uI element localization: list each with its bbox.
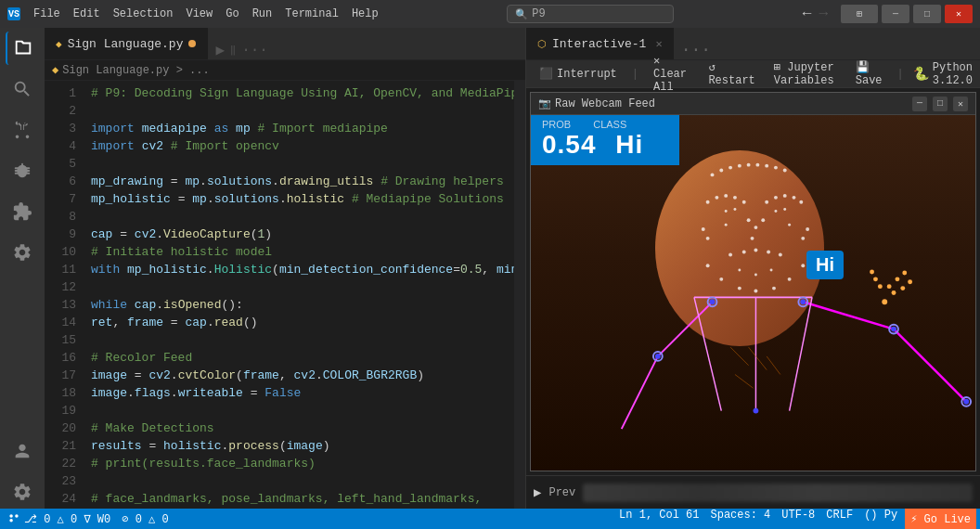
webcam-close-button[interactable]: ✕	[953, 97, 968, 111]
svg-point-20	[706, 237, 710, 240]
svg-point-36	[772, 287, 776, 290]
svg-point-75	[873, 277, 878, 281]
activity-explorer[interactable]	[6, 32, 39, 65]
activity-debug[interactable]	[6, 154, 39, 187]
svg-point-17	[793, 196, 796, 200]
error-count[interactable]: ⊘ 0 △ 0	[122, 512, 168, 526]
svg-point-65	[655, 354, 661, 359]
interrupt-button[interactable]: ⬛ Interrupt	[534, 65, 623, 83]
webcam-maximize-button[interactable]: □	[933, 97, 948, 111]
menu-bar[interactable]: File Edit Selection View Go Run Terminal…	[33, 7, 379, 20]
maximize-button[interactable]: □	[913, 5, 941, 23]
svg-point-68	[892, 290, 896, 295]
svg-point-67	[882, 299, 887, 304]
activity-remote[interactable]	[6, 236, 39, 269]
go-live[interactable]: ⚡ Go Live	[905, 509, 976, 529]
webcam-minimize-button[interactable]: ─	[912, 97, 927, 111]
svg-point-29	[754, 249, 757, 252]
svg-point-34	[738, 287, 741, 290]
layout-button[interactable]: ⊞	[841, 5, 878, 23]
close-button[interactable]: ✕	[945, 5, 973, 23]
svg-point-42	[783, 208, 786, 211]
git-branch[interactable]: ⎇ 0 △ 0 ∇ W0	[7, 512, 110, 526]
window-controls[interactable]: ⊞ ─ □ ✕	[841, 5, 973, 23]
svg-point-63	[891, 327, 896, 332]
activity-settings[interactable]	[6, 475, 39, 509]
prob-class-value: 0.54 Hi	[542, 130, 668, 160]
menu-help[interactable]: Help	[352, 7, 379, 20]
svg-point-38	[801, 264, 805, 267]
play-button[interactable]: ▶	[534, 484, 541, 500]
activity-accounts[interactable]	[6, 434, 39, 468]
minimize-button[interactable]: ─	[882, 5, 909, 23]
search-icon: 🔍	[515, 8, 528, 20]
svg-point-18	[799, 200, 803, 204]
nav-back[interactable]: ←	[803, 6, 812, 22]
nav-forward[interactable]: →	[819, 6, 828, 22]
title-bar: VS File Edit Selection View Go Run Termi…	[0, 0, 980, 28]
webcam-window-controls: ─ □ ✕	[912, 97, 968, 111]
svg-point-23	[747, 218, 751, 222]
activity-extensions[interactable]	[6, 195, 39, 228]
restart-button[interactable]: ↺ Restart	[703, 58, 760, 89]
svg-point-11	[724, 194, 728, 198]
clear-all-button[interactable]: ✕ Clear All	[648, 52, 695, 96]
svg-point-0	[711, 173, 715, 176]
python-version[interactable]: 🐍 Python 3.12.0	[913, 61, 973, 87]
code-text[interactable]: # P9: Decoding Sign Language Using AI, O…	[84, 81, 514, 509]
activity-search[interactable]	[6, 72, 39, 106]
minimap[interactable]	[514, 81, 525, 509]
encoding[interactable]: UTF-8	[781, 509, 815, 529]
svg-point-44	[788, 224, 791, 226]
svg-point-66	[754, 408, 759, 414]
cursor-position[interactable]: Ln 1, Col 61	[619, 509, 699, 529]
tab-modified-dot	[188, 40, 196, 47]
right-panel: ⬡ Interactive-1 ✕ ··· ⬛ Interrupt | ✕ Cl…	[525, 28, 980, 509]
svg-point-14	[765, 200, 768, 204]
class-label: CLASS	[593, 119, 626, 130]
menu-edit[interactable]: Edit	[73, 7, 100, 20]
status-right: Ln 1, Col 61 Spaces: 4 UTF-8 CRLF () Py …	[619, 509, 973, 529]
menu-view[interactable]: View	[186, 7, 213, 20]
line-ending[interactable]: CRLF	[826, 509, 853, 529]
webcam-content: PROB CLASS 0.54 Hi Hi	[531, 115, 975, 471]
svg-point-22	[801, 237, 805, 240]
svg-point-31	[779, 252, 782, 256]
menu-selection[interactable]: Selection	[113, 7, 174, 20]
search-box[interactable]: 🔍 P9	[507, 5, 674, 23]
save-button[interactable]: 💾 Save	[850, 58, 888, 89]
svg-point-76	[870, 270, 874, 275]
toolbar-separator-2: |	[897, 68, 904, 81]
svg-point-32	[706, 264, 710, 267]
svg-point-45	[738, 269, 741, 272]
variables-button[interactable]: ⊞ Jupyter Variables	[768, 58, 843, 89]
editor-area: ◆ Sign Language.py ▶ ‖ ··· ◆ Sign Langua…	[45, 28, 525, 509]
code-editor[interactable]: 1 2 3 4 5 6 7 8 9 10 11 12 13 14 15 16 1…	[45, 81, 525, 509]
activity-source-control[interactable]	[6, 113, 39, 147]
jupyter-tabs: ⬡ Interactive-1 ✕ ···	[526, 28, 980, 60]
svg-point-70	[908, 279, 912, 284]
svg-point-5	[755, 163, 759, 167]
pose-skeleton	[803, 302, 966, 402]
webcam-titlebar: 📷 Raw Webcam Feed ─ □ ✕	[531, 93, 975, 115]
output-blurred-content	[583, 484, 973, 502]
menu-terminal[interactable]: Terminal	[285, 7, 339, 20]
menu-file[interactable]: File	[33, 7, 60, 20]
menu-go[interactable]: Go	[226, 7, 239, 20]
spaces[interactable]: Spaces: 4	[711, 509, 771, 529]
tab-run-button[interactable]: ▶ ‖ ···	[208, 41, 275, 59]
svg-point-37	[788, 277, 792, 281]
svg-point-35	[754, 290, 757, 293]
status-bar: ⎇ 0 △ 0 ∇ W0 ⊘ 0 △ 0 Ln 1, Col 61 Spaces…	[0, 509, 980, 529]
tab-sign-language[interactable]: ◆ Sign Language.py	[45, 28, 208, 59]
menu-run[interactable]: Run	[252, 7, 273, 20]
language-mode[interactable]: () Py	[864, 509, 897, 529]
svg-point-64	[963, 399, 969, 405]
branch-icon	[7, 512, 20, 525]
face-mesh-landmarks	[702, 163, 809, 293]
svg-point-2	[729, 166, 732, 170]
jupyter-output-bar: ▶ Prev	[526, 475, 980, 509]
svg-line-78	[749, 347, 767, 369]
breadcrumb: ◆ Sign Language.py > ...	[45, 60, 525, 81]
jupyter-tab-close[interactable]: ✕	[655, 37, 662, 51]
